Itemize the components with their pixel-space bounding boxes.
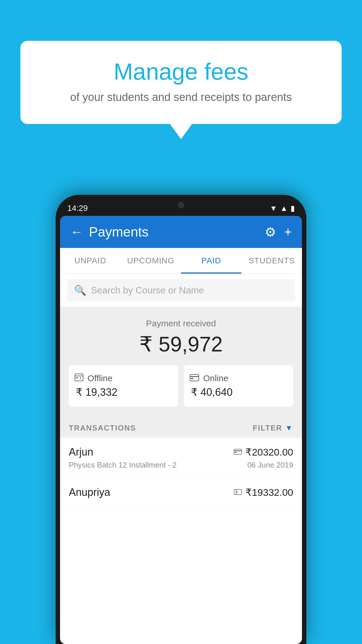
bubble-subtitle: of your students and send receipts to pa… — [35, 91, 327, 104]
payment-cards: Offline ₹ 19,332 — [69, 365, 293, 407]
transaction-amount-anupriya: ₹19332.00 — [245, 487, 293, 498]
offline-label: Offline — [87, 373, 113, 383]
online-card: Online ₹ 40,640 — [184, 365, 293, 407]
signal-icon: ▲ — [280, 204, 288, 213]
header-left: ← Payments — [70, 224, 149, 240]
tab-students[interactable]: STUDENTS — [242, 248, 302, 274]
search-icon: 🔍 — [74, 284, 86, 296]
svg-rect-7 — [191, 378, 193, 379]
phone-screen: ← Payments ⚙ + UNPAID UPCOMING PAID — [60, 216, 302, 644]
tab-upcoming[interactable]: UPCOMING — [121, 248, 181, 274]
svg-line-13 — [236, 491, 238, 492]
payment-received-label: Payment received — [69, 318, 293, 328]
header-right: ⚙ + — [265, 225, 292, 239]
transaction-amount-arjun: ₹20320.00 — [245, 446, 293, 458]
transaction-top-arjun: Arjun ₹20320.00 — [69, 446, 293, 458]
transaction-item-anupriya[interactable]: Anupriya ₹19332.00 — [60, 478, 302, 509]
status-icons: ▼ ▲ ▮ — [270, 204, 295, 213]
tab-unpaid[interactable]: UNPAID — [60, 248, 121, 274]
offline-icon — [75, 373, 83, 383]
app-header: ← Payments ⚙ + — [60, 216, 302, 248]
filter-button[interactable]: FILTER ▼ — [253, 424, 293, 433]
transaction-item[interactable]: Arjun ₹20320.00 — [60, 438, 302, 478]
tab-paid[interactable]: PAID — [181, 248, 242, 274]
header-title: Payments — [89, 224, 149, 240]
offline-card-header: Offline — [75, 373, 113, 383]
camera-dot — [178, 202, 184, 208]
transactions-header: TRANSACTIONS FILTER ▼ — [60, 415, 302, 438]
online-label: Online — [203, 373, 229, 383]
svg-rect-5 — [190, 374, 199, 381]
search-container: 🔍 Search by Course or Name — [60, 274, 302, 307]
search-input[interactable]: Search by Course or Name — [91, 285, 204, 296]
settings-icon[interactable]: ⚙ — [265, 225, 276, 239]
svg-rect-11 — [234, 489, 242, 495]
online-card-header: Online — [190, 373, 229, 383]
transaction-name-anupriya: Anupriya — [69, 486, 110, 498]
back-button[interactable]: ← — [70, 225, 83, 239]
offline-amount: ₹ 19,332 — [76, 386, 117, 398]
filter-label: FILTER — [253, 424, 282, 433]
transaction-amount-wrap-arjun: ₹20320.00 — [234, 446, 293, 458]
transaction-top-anupriya: Anupriya ₹19332.00 — [69, 486, 293, 498]
svg-rect-2 — [76, 377, 78, 378]
speech-bubble: Manage fees of your students and send re… — [20, 41, 342, 124]
search-bar[interactable]: 🔍 Search by Course or Name — [67, 279, 295, 301]
online-amount: ₹ 40,640 — [191, 386, 233, 398]
svg-rect-10 — [235, 452, 237, 453]
payment-total-amount: ₹ 59,972 — [69, 332, 293, 356]
online-icon — [190, 373, 199, 383]
phone-notch — [155, 198, 207, 212]
transaction-bottom-arjun: Physics Batch 12 Installment - 2 06 June… — [69, 461, 293, 470]
filter-icon: ▼ — [285, 424, 293, 433]
transactions-label: TRANSACTIONS — [69, 424, 136, 433]
transaction-desc-arjun: Physics Batch 12 Installment - 2 — [69, 461, 177, 470]
transactions-list: Arjun ₹20320.00 — [60, 438, 302, 644]
svg-line-14 — [236, 492, 238, 494]
transaction-name-arjun: Arjun — [69, 446, 93, 458]
battery-icon: ▮ — [291, 204, 295, 213]
transaction-date-arjun: 06 June 2019 — [247, 461, 293, 470]
status-time: 14:29 — [67, 204, 88, 213]
add-icon[interactable]: + — [284, 225, 292, 239]
payment-summary: Payment received ₹ 59,972 — [60, 307, 302, 415]
payment-method-icon-anupriya — [234, 488, 242, 497]
tabs-container: UNPAID UPCOMING PAID STUDENTS — [60, 248, 302, 274]
wifi-icon: ▼ — [270, 204, 277, 213]
offline-card: Offline ₹ 19,332 — [69, 365, 178, 407]
speech-bubble-container: Manage fees of your students and send re… — [20, 41, 342, 124]
payment-method-icon-arjun — [234, 448, 242, 457]
bubble-title: Manage fees — [35, 58, 327, 85]
transaction-amount-wrap-anupriya: ₹19332.00 — [234, 487, 293, 498]
phone-frame: 14:29 ▼ ▲ ▮ ← Payments ⚙ + — [56, 195, 306, 644]
